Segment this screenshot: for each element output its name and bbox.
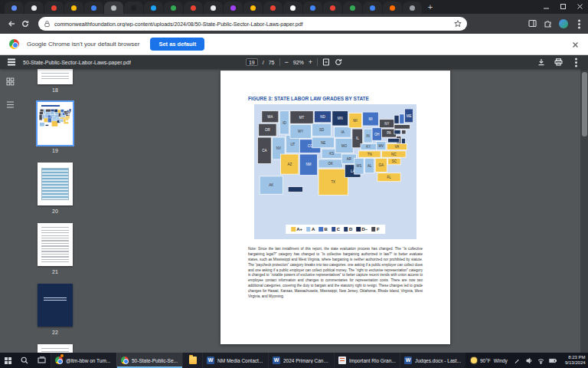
taskbar-app-judges-docx-last[interactable]: Judges.docx - Last... bbox=[400, 353, 466, 368]
page-thumbnail-23[interactable] bbox=[38, 344, 73, 353]
page-number-input[interactable]: 19 bbox=[246, 58, 258, 66]
side-panel-button[interactable] bbox=[528, 17, 537, 31]
taskbar-app-list: @ltm-bbw on Tum...50-State-Public-Se...N… bbox=[51, 353, 466, 368]
thumbnails-view-button[interactable] bbox=[6, 75, 15, 89]
state-label-pa: PA bbox=[387, 131, 391, 135]
state-label-in: IN bbox=[366, 134, 369, 138]
page-thumbnail-22[interactable] bbox=[38, 284, 73, 327]
battery-icon[interactable] bbox=[549, 357, 557, 364]
state-wv bbox=[64, 116, 66, 117]
pdf-more-button[interactable] bbox=[575, 61, 577, 64]
start-button[interactable] bbox=[0, 353, 16, 368]
scrollbar-thumb[interactable] bbox=[582, 72, 587, 136]
taskbar-app-2024-primary-candi[interactable]: 2024 Primary Candi... bbox=[268, 353, 334, 368]
page-thumbnail-18[interactable] bbox=[38, 69, 73, 84]
volume-icon[interactable] bbox=[526, 357, 533, 364]
word-icon bbox=[273, 356, 280, 364]
taskbar-app-nm-media-contact[interactable]: NM Media Contact... bbox=[202, 353, 268, 368]
set-as-default-button[interactable]: Set as default bbox=[150, 38, 204, 51]
tab-list bbox=[5, 2, 423, 14]
maximize-button[interactable] bbox=[554, 0, 571, 12]
browser-tab[interactable] bbox=[224, 2, 243, 14]
browser-tab[interactable] bbox=[283, 2, 302, 14]
extensions-button[interactable] bbox=[544, 17, 552, 31]
legend-item: B bbox=[318, 227, 327, 232]
browser-tab[interactable] bbox=[243, 2, 263, 14]
state-label-ga: GA bbox=[379, 163, 384, 167]
state-label-ok: OK bbox=[328, 162, 333, 166]
legend-label: A+ bbox=[296, 227, 302, 232]
browser-tab[interactable] bbox=[303, 2, 322, 14]
legend-item: C bbox=[332, 227, 340, 232]
back-button[interactable] bbox=[5, 17, 18, 31]
pdf-menu-icon[interactable] bbox=[8, 61, 15, 62]
weather-widget[interactable]: 90°F Windy bbox=[466, 353, 513, 368]
browser-tab[interactable] bbox=[44, 2, 64, 14]
taskbar-app-label: Judges.docx - Last... bbox=[415, 358, 461, 363]
legend-swatch bbox=[356, 227, 361, 232]
vertical-scrollbar[interactable] bbox=[580, 69, 588, 353]
minimize-button[interactable] bbox=[537, 0, 554, 12]
network-icon[interactable] bbox=[537, 357, 544, 364]
address-bar[interactable]: commonwealthfoundation.org/wp-content/up… bbox=[38, 17, 467, 31]
tab-favicon bbox=[290, 5, 296, 11]
rotate-button[interactable] bbox=[335, 58, 342, 67]
browser-tab[interactable] bbox=[164, 2, 183, 14]
print-button[interactable] bbox=[554, 55, 563, 69]
browser-tab[interactable] bbox=[204, 2, 223, 14]
profile-avatar[interactable] bbox=[559, 19, 568, 28]
browser-tab[interactable] bbox=[5, 2, 24, 14]
taskbar-clock[interactable]: 8:23 PM 9/13/2024 bbox=[560, 353, 588, 368]
url-text: commonwealthfoundation.org/wp-content/up… bbox=[54, 21, 450, 27]
browser-tab[interactable] bbox=[24, 2, 44, 14]
state-sd bbox=[51, 112, 54, 114]
browser-tab[interactable] bbox=[343, 2, 362, 14]
browser-tab[interactable] bbox=[184, 2, 203, 14]
browser-tab[interactable] bbox=[124, 2, 143, 14]
browser-tab[interactable] bbox=[383, 2, 402, 14]
state-label-wy: WY bbox=[298, 130, 303, 133]
browser-tab[interactable] bbox=[84, 2, 103, 14]
tray-expand-icon[interactable] bbox=[514, 360, 518, 363]
new-tab-button[interactable]: + bbox=[425, 2, 436, 13]
page-thumbnail-20[interactable] bbox=[38, 163, 73, 205]
taskbar-app-folder[interactable] bbox=[182, 353, 202, 368]
browser-tab[interactable] bbox=[104, 2, 123, 14]
bookmark-star-button[interactable] bbox=[454, 17, 462, 31]
fit-page-button[interactable] bbox=[322, 58, 330, 67]
browser-tab[interactable] bbox=[323, 2, 342, 14]
browser-menu-button[interactable] bbox=[578, 23, 580, 25]
browser-tab[interactable] bbox=[263, 2, 283, 14]
download-button[interactable] bbox=[537, 55, 545, 69]
state-id bbox=[44, 110, 46, 114]
zoom-in-button[interactable]: + bbox=[309, 58, 312, 66]
state-tx bbox=[52, 121, 58, 127]
close-button[interactable] bbox=[571, 0, 588, 12]
taskbar-app-ltm-bbw-on-tum[interactable]: @ltm-bbw on Tum... bbox=[51, 353, 116, 368]
zoom-out-button[interactable]: − bbox=[285, 58, 289, 66]
state-label-ne: NE bbox=[321, 141, 325, 145]
clock-date: 9/13/2024 bbox=[565, 360, 586, 366]
browser-tab[interactable] bbox=[64, 2, 83, 14]
weather-icon bbox=[471, 357, 477, 363]
task-view-button[interactable] bbox=[33, 353, 51, 368]
page-thumbnail-21[interactable] bbox=[38, 223, 73, 266]
taskbar-app-50-state-public-se[interactable]: 50-State-Public-Se... bbox=[116, 353, 182, 368]
search-button[interactable] bbox=[16, 353, 33, 368]
state-mi bbox=[60, 110, 64, 113]
browser-tab[interactable] bbox=[403, 2, 422, 14]
page-thumbnail-19[interactable] bbox=[38, 102, 73, 145]
outline-view-button[interactable] bbox=[6, 98, 15, 112]
doc-orange-icon bbox=[338, 356, 346, 364]
browser-tab[interactable] bbox=[144, 2, 163, 14]
taskbar-app-important-rio-gran[interactable]: Important Rio Gran... bbox=[334, 353, 400, 368]
state-label-nd: ND bbox=[320, 115, 325, 119]
banner-close-button[interactable] bbox=[572, 38, 579, 51]
taskbar-app-label: 2024 Primary Candi... bbox=[283, 358, 330, 363]
state-label-wv: WV bbox=[378, 144, 384, 148]
thumbnail-map-preview bbox=[39, 109, 71, 129]
zoom-level[interactable]: 92% bbox=[293, 60, 304, 65]
pdf-page-19: FIGURE 3: STATE LABOR LAW GRADES BY STAT… bbox=[220, 71, 450, 344]
browser-tab[interactable] bbox=[363, 2, 382, 14]
reload-button[interactable] bbox=[18, 17, 32, 31]
